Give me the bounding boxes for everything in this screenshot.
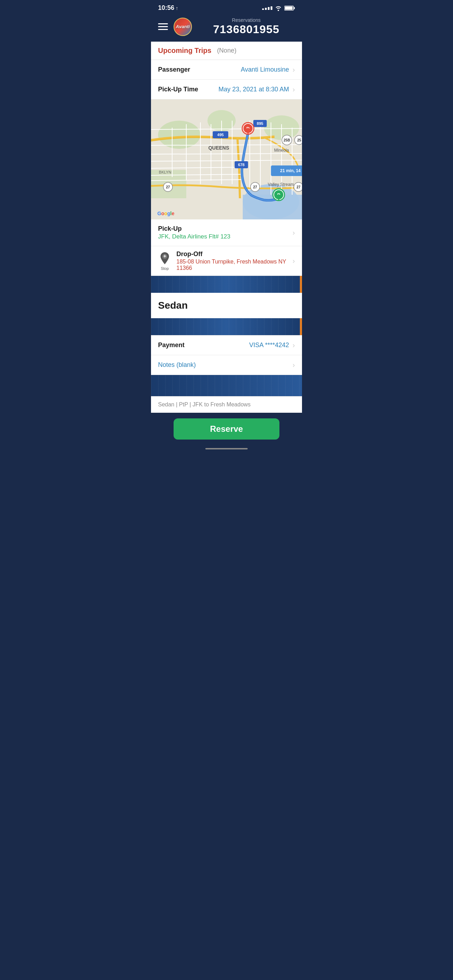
- upcoming-trips-label: Upcoming Trips: [158, 46, 211, 55]
- reserve-button[interactable]: Reserve: [173, 418, 280, 439]
- svg-rect-1: [285, 6, 293, 10]
- svg-text:678: 678: [238, 162, 245, 167]
- passenger-row[interactable]: Passenger Avanti Limousine ›: [151, 60, 302, 80]
- svg-text:Mineola: Mineola: [274, 148, 289, 153]
- nav-arrow-icon: ↑: [176, 5, 178, 11]
- notes-row[interactable]: Notes (blank) ›: [151, 355, 302, 375]
- payment-row[interactable]: Payment VISA ****4242 ›: [151, 335, 302, 355]
- svg-point-4: [158, 121, 200, 149]
- payment-chevron-icon: ›: [292, 341, 295, 349]
- reservations-label: Reservations: [197, 17, 295, 23]
- menu-button[interactable]: [158, 23, 168, 30]
- status-bar: 10:56 ↑: [151, 0, 302, 14]
- logo-text: Avanti: [176, 24, 190, 29]
- svg-text:895: 895: [257, 121, 263, 126]
- map-svg: 495 678 895 25B 25 27 27: [151, 99, 302, 220]
- header-center: Reservations 7136801955: [197, 17, 295, 36]
- pickup-time-row[interactable]: Pick-Up Time May 23, 2021 at 8:30 AM ›: [151, 80, 302, 99]
- pickup-chevron-icon: ›: [292, 229, 295, 237]
- passenger-label: Passenger: [158, 66, 190, 73]
- blue-divider-1: [151, 276, 302, 293]
- payment-value: VISA ****4242: [184, 342, 289, 349]
- summary-text: Sedan | PtP | JFK to Fresh Meadows: [158, 401, 251, 407]
- blue-divider-2: [151, 318, 302, 335]
- svg-rect-2: [294, 7, 295, 9]
- svg-text:495: 495: [217, 133, 224, 137]
- dropoff-label: Drop-Off: [176, 250, 292, 258]
- dropoff-content: Drop-Off 185-08 Union Turnpike, Fresh Me…: [176, 250, 292, 271]
- svg-text:27: 27: [166, 185, 170, 189]
- app-header: Avanti Reservations 7136801955: [151, 14, 302, 41]
- svg-text:27: 27: [253, 185, 257, 189]
- notes-value: Notes (blank): [158, 361, 196, 369]
- reserve-area: Reserve: [151, 413, 302, 448]
- bottom-indicator: [151, 448, 302, 452]
- vehicle-type: Sedan: [158, 300, 295, 311]
- dropoff-chevron-icon: ›: [292, 257, 295, 265]
- map-view[interactable]: 495 678 895 25B 25 27 27: [151, 99, 302, 220]
- svg-text:BKLYN: BKLYN: [159, 170, 171, 174]
- passenger-chevron-icon: ›: [292, 65, 295, 74]
- dropoff-value: 185-08 Union Turnpike, Fresh Meadows NY …: [176, 259, 292, 271]
- dropoff-row[interactable]: + Stop Drop-Off 185-08 Union Turnpike, F…: [151, 246, 302, 276]
- pickup-time-chevron-icon: ›: [292, 85, 295, 94]
- battery-icon: [285, 5, 295, 11]
- wifi-icon: [275, 5, 282, 11]
- notes-chevron-icon: ›: [292, 361, 295, 369]
- main-content: Upcoming Trips (None) Passenger Avanti L…: [151, 41, 302, 375]
- app-logo: Avanti: [173, 18, 192, 36]
- svg-text:21 min, 14 miles: 21 min, 14 miles: [280, 168, 302, 173]
- dropoff-icon-area: + Stop: [158, 251, 172, 270]
- summary-bar: Sedan | PtP | JFK to Fresh Meadows: [151, 396, 302, 413]
- orange-accent-1: [300, 276, 302, 293]
- svg-text:Valley Stream: Valley Stream: [268, 182, 294, 187]
- home-indicator: [205, 448, 248, 449]
- pickup-value: JFK, Delta Airlines Flt# 123: [158, 233, 292, 240]
- svg-text:QUEENS: QUEENS: [208, 145, 229, 151]
- bottom-blue-bar: [151, 375, 302, 396]
- pickup-row[interactable]: Pick-Up JFK, Delta Airlines Flt# 123 ›: [151, 220, 302, 246]
- upcoming-trips-status: (None): [217, 47, 236, 54]
- vehicle-row: Sedan: [151, 293, 302, 318]
- pickup-time-value: May 23, 2021 at 8:30 AM: [198, 86, 289, 93]
- upcoming-trips-row: Upcoming Trips (None): [151, 41, 302, 60]
- svg-text:25B: 25B: [284, 138, 290, 142]
- passenger-value: Avanti Limousine: [190, 66, 289, 73]
- stop-label: Stop: [161, 266, 169, 270]
- pickup-content: Pick-Up JFK, Delta Airlines Flt# 123: [158, 225, 292, 240]
- status-time: 10:56 ↑: [158, 4, 178, 12]
- status-icons: [262, 5, 295, 11]
- svg-text:27: 27: [296, 185, 300, 189]
- signal-icon: [262, 6, 272, 10]
- svg-text:Google: Google: [157, 211, 174, 216]
- pickup-time-label: Pick-Up Time: [158, 86, 198, 93]
- payment-label: Payment: [158, 342, 184, 349]
- pickup-label: Pick-Up: [158, 225, 292, 232]
- svg-text:25: 25: [297, 138, 301, 142]
- stop-pin-icon: +: [158, 251, 172, 265]
- svg-rect-9: [243, 195, 302, 220]
- phone-number[interactable]: 7136801955: [197, 23, 295, 36]
- orange-accent-2: [300, 318, 302, 335]
- svg-text:+: +: [163, 253, 166, 259]
- time-display: 10:56: [158, 4, 174, 12]
